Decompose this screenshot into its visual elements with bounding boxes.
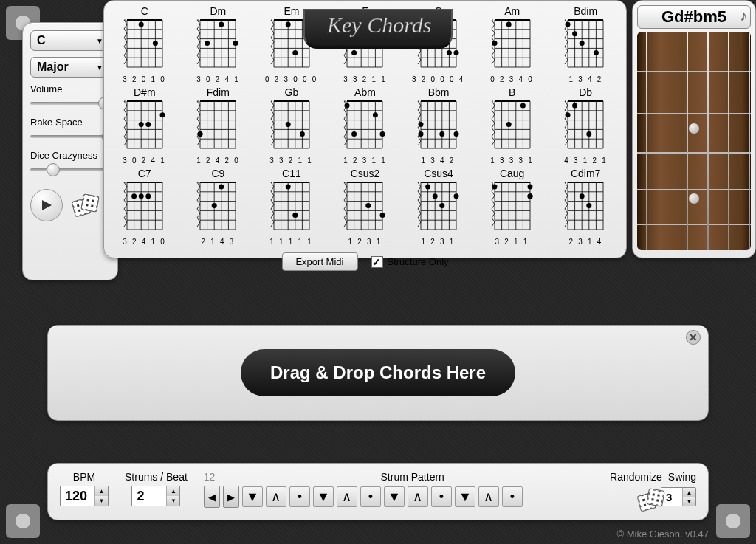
strums-input[interactable] [132,486,166,506]
chord-fdim[interactable]: Fdim1 2 4 2 0 [185,86,252,165]
chord-fingering: 2 1 4 3 [201,237,235,246]
play-button[interactable] [30,189,63,221]
bpm-input[interactable] [61,486,94,506]
strum-cell-11[interactable]: • [502,486,523,507]
svg-point-73 [447,50,452,55]
scale-dropdown[interactable]: Major ▼ [30,57,110,78]
strum-cell-9[interactable]: ▼ [455,486,475,507]
pattern-next-button[interactable]: ▶ [223,486,239,508]
chord-name: C9 [211,168,224,179]
chord-name: Csus4 [424,168,453,179]
chord-bdim[interactable]: Bdim1 3 4 2 [552,5,619,83]
swing-down[interactable]: ▼ [683,497,695,506]
chord-c[interactable]: C3 2 0 1 0 [111,5,178,83]
bpm-up[interactable]: ▲ [95,486,108,496]
pattern-prev-button[interactable]: ◀ [204,486,220,508]
swing-stepper[interactable]: ▲▼ [661,487,696,506]
svg-point-103 [572,31,577,36]
chord-db[interactable]: Db4 3 1 2 1 [552,86,619,165]
strums-label: Strums / Beat [125,471,188,483]
chord-fingering: 1 3 3 3 1 [490,156,534,165]
chord-fingering: 1 1 1 1 1 [270,237,314,246]
swing-label: Swing [668,471,696,483]
svg-point-28 [233,41,238,46]
chord-gb[interactable]: Gb3 3 2 1 1 [258,86,325,165]
chord-fingering: 3 3 2 1 1 [270,156,314,165]
swing-input[interactable] [662,488,682,506]
strum-cell-0[interactable]: ▼ [242,486,263,507]
strum-cell-3[interactable]: ▼ [313,486,334,507]
svg-point-104 [594,50,599,55]
strum-cell-10[interactable]: ∧ [478,486,499,507]
strums-down[interactable]: ▼ [167,496,179,506]
chord-fingering: 3 0 2 4 1 [196,75,240,83]
chord-name: Csus2 [351,168,380,179]
svg-point-14 [138,22,143,27]
strums-stepper[interactable]: ▲▼ [131,486,180,506]
key-dropdown[interactable]: C ▼ [30,30,110,51]
fretboard[interactable] [637,32,751,250]
svg-point-15 [153,41,158,46]
svg-point-310 [587,203,592,208]
export-midi-button[interactable]: Export Midi [281,252,357,271]
chord-drop-zone[interactable]: ✕ Drag & Drop Chords Here [47,325,709,421]
bpm-stepper[interactable]: ▲▼ [60,486,109,506]
chord-fingering: 4 3 1 2 1 [564,156,608,165]
svg-text:Key Chords: Key Chords [326,13,431,37]
svg-point-119 [138,122,143,127]
strum-cell-4[interactable]: ∧ [337,486,357,507]
svg-point-59 [352,50,357,55]
svg-point-297 [492,185,497,190]
chord-b[interactable]: B1 3 3 3 1 [479,86,546,165]
chord-diagram [490,98,535,156]
chord-fingering: 3 2 4 1 0 [123,237,166,246]
chord-dm[interactable]: Dm3 0 2 4 1 [185,5,252,83]
strums-up[interactable]: ▲ [167,486,179,496]
svg-point-118 [145,122,151,127]
rake-slider[interactable] [30,129,110,144]
strum-cell-6[interactable]: ▼ [384,486,405,507]
chord-am[interactable]: Am0 2 3 4 0 [479,5,546,83]
strum-cell-7[interactable]: ∧ [408,486,428,507]
volume-slider[interactable] [30,96,110,111]
chord-caug[interactable]: Caug3 2 1 1 [479,168,546,246]
strum-cell-2[interactable]: • [289,486,310,507]
randomize-dice-button[interactable] [636,486,658,507]
chord-diagram [416,179,461,237]
swing-up[interactable]: ▲ [683,488,695,497]
dice-slider[interactable] [30,162,110,177]
structure-only-checkbox[interactable]: ✓ [371,256,382,268]
chord-csus2[interactable]: Csus21 2 3 1 [332,168,399,246]
dice-label: Dice Crazyness [30,150,110,161]
chord-name: Bdim [574,5,597,17]
svg-point-102 [566,22,571,27]
chord-abm[interactable]: Abm1 2 3 1 1 [332,86,399,165]
chord-c11[interactable]: C111 1 1 1 1 [258,168,325,246]
close-icon[interactable]: ✕ [686,330,701,345]
chord-diagram [196,17,240,75]
strum-cell-1[interactable]: ∧ [266,486,286,507]
svg-point-74 [454,50,459,55]
chord-diagram [563,98,608,156]
chord-name: C [141,5,148,17]
bpm-down[interactable]: ▼ [95,496,108,506]
fretboard-panel: Gd#bm5 ♪ [632,0,756,258]
chord-c9[interactable]: C92 1 4 3 [185,168,252,246]
chord-bbm[interactable]: Bbm1 3 4 2 [405,86,472,165]
dice-button[interactable] [70,192,100,218]
strum-cell-8[interactable]: • [431,486,452,507]
svg-point-133 [198,131,203,137]
chord-diagram [269,98,314,156]
svg-point-311 [580,193,585,199]
chord-csus4[interactable]: Csus41 2 3 1 [405,168,472,246]
volume-label: Volume [30,83,110,94]
chord-c7[interactable]: C73 2 4 1 0 [111,168,178,246]
chord-cdim7[interactable]: Cdim72 3 1 4 [552,168,619,246]
chord-diagram [196,98,240,156]
chord-name: Am [504,5,520,17]
strum-cell-5[interactable]: • [360,486,381,507]
svg-point-206 [572,103,577,109]
chord-dsharpm[interactable]: D#m3 0 2 4 1 [111,86,178,165]
chord-fingering: 0 2 3 4 0 [490,75,534,83]
chord-diagram [123,17,167,75]
